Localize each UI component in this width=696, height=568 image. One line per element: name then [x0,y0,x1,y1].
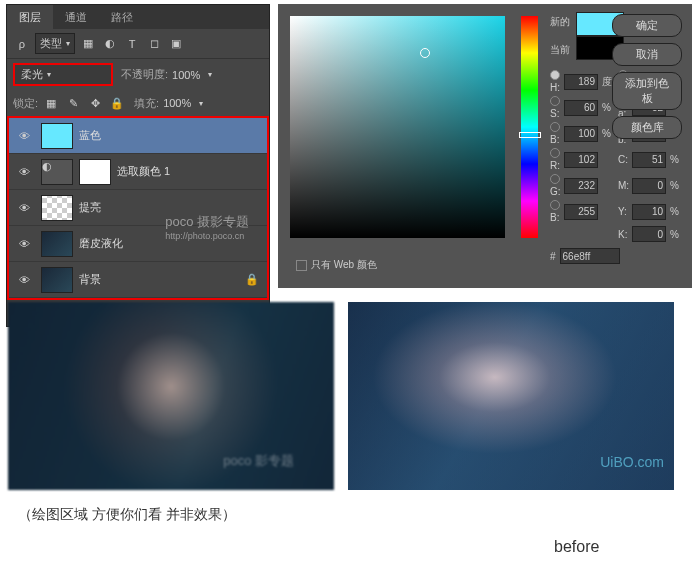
layer-name[interactable]: 提亮 [79,200,101,215]
eye-icon[interactable]: 👁 [15,163,33,181]
layer-row[interactable]: 👁 磨皮液化 [9,226,267,262]
m-input[interactable] [632,178,666,194]
s-input[interactable] [564,100,598,116]
filter-type-icon[interactable]: T [123,35,141,53]
current-label: 当前 [550,43,570,57]
hue-slider[interactable] [521,16,538,238]
layers-panel: 图层 通道 路径 ρ 类型▾ ▦ ◐ T ◻ ▣ 柔光▾ 不透明度: 100%▾… [6,4,270,327]
color-picker: 新的 当前 H:度 L: S:% a: B:% b: R: C:% G: M:%… [278,4,692,288]
radio-r[interactable] [550,148,560,158]
eye-icon[interactable]: 👁 [15,235,33,253]
hex-label: # [550,251,556,262]
hex-input[interactable] [560,248,620,264]
new-label: 新的 [550,15,570,29]
radio-s[interactable] [550,96,560,106]
tab-layers[interactable]: 图层 [7,5,53,29]
bhsb-input[interactable] [564,126,598,142]
tab-channels[interactable]: 通道 [53,5,99,29]
search-icon[interactable]: ρ [13,35,31,53]
layer-thumbnail[interactable] [41,195,73,221]
layer-row[interactable]: 👁 ◐ 选取颜色 1 [9,154,267,190]
hue-cursor[interactable] [519,132,541,138]
layer-row[interactable]: 👁 提亮 [9,190,267,226]
panel-tabs: 图层 通道 路径 [7,5,269,29]
lock-label: 锁定: [13,96,38,111]
layer-name[interactable]: 磨皮液化 [79,236,123,251]
lock-transparent-icon[interactable]: ▦ [42,94,60,112]
filter-adjust-icon[interactable]: ◐ [101,35,119,53]
radio-h[interactable] [550,70,560,80]
filter-row: ρ 类型▾ ▦ ◐ T ◻ ▣ [7,29,269,59]
preview-image-painted: poco 影专题 [8,302,334,490]
y-input[interactable] [632,204,666,220]
g-input[interactable] [564,178,598,194]
opacity-value[interactable]: 100% [172,69,200,81]
radio-g[interactable] [550,174,560,184]
caption-note: （绘图区域 方便你们看 并非效果） [18,506,236,524]
web-only-checkbox[interactable]: 只有 Web 颜色 [296,258,377,272]
eye-icon[interactable]: 👁 [15,199,33,217]
caption-before: before [554,538,599,556]
cancel-button[interactable]: 取消 [612,43,682,66]
layer-thumbnail[interactable]: ◐ [41,159,73,185]
tab-paths[interactable]: 路径 [99,5,145,29]
layer-thumbnail[interactable] [41,231,73,257]
filter-shape-icon[interactable]: ◻ [145,35,163,53]
blend-mode-dropdown[interactable]: 柔光▾ [13,63,113,86]
dialog-buttons: 确定 取消 添加到色板 颜色库 [612,14,682,139]
layer-name[interactable]: 选取颜色 1 [117,164,170,179]
blend-row: 柔光▾ 不透明度: 100%▾ [7,59,269,90]
color-cursor[interactable] [420,48,430,58]
filter-smart-icon[interactable]: ▣ [167,35,185,53]
filter-kind-dropdown[interactable]: 类型▾ [35,33,75,54]
h-input[interactable] [564,74,598,90]
preview-image-before: UiBO.com [348,302,674,490]
fill-label: 填充: [134,96,159,111]
layer-thumbnail[interactable] [41,123,73,149]
lock-row: 锁定: ▦ ✎ ✥ 🔒 填充: 100%▾ [7,90,269,116]
c-input[interactable] [632,152,666,168]
add-swatch-button[interactable]: 添加到色板 [612,72,682,110]
watermark: poco 影专题 [223,452,294,470]
layer-row[interactable]: 👁 蓝色 [9,118,267,154]
lock-icon: 🔒 [243,271,261,289]
layer-name[interactable]: 蓝色 [79,128,101,143]
ps-logo-watermark: UiBO.com [600,454,664,470]
lock-position-icon[interactable]: ✥ [86,94,104,112]
layer-row[interactable]: 👁 背景 🔒 [9,262,267,298]
radio-bhsb[interactable] [550,122,560,132]
layer-thumbnail[interactable] [41,267,73,293]
filter-pixel-icon[interactable]: ▦ [79,35,97,53]
ok-button[interactable]: 确定 [612,14,682,37]
k-input[interactable] [632,226,666,242]
checkbox-icon[interactable] [296,260,307,271]
eye-icon[interactable]: 👁 [15,127,33,145]
layers-list: 👁 蓝色 👁 ◐ 选取颜色 1 👁 提亮 👁 磨皮液化 👁 背景 🔒 [7,116,269,300]
radio-brgb[interactable] [550,200,560,210]
color-field[interactable] [290,16,505,238]
fill-value[interactable]: 100% [163,97,191,109]
lock-all-icon[interactable]: 🔒 [108,94,126,112]
color-lib-button[interactable]: 颜色库 [612,116,682,139]
opacity-label: 不透明度: [121,67,168,82]
brgb-input[interactable] [564,204,598,220]
eye-icon[interactable]: 👁 [15,271,33,289]
layer-mask-thumbnail[interactable] [79,159,111,185]
lock-pixels-icon[interactable]: ✎ [64,94,82,112]
r-input[interactable] [564,152,598,168]
layer-name[interactable]: 背景 [79,272,101,287]
